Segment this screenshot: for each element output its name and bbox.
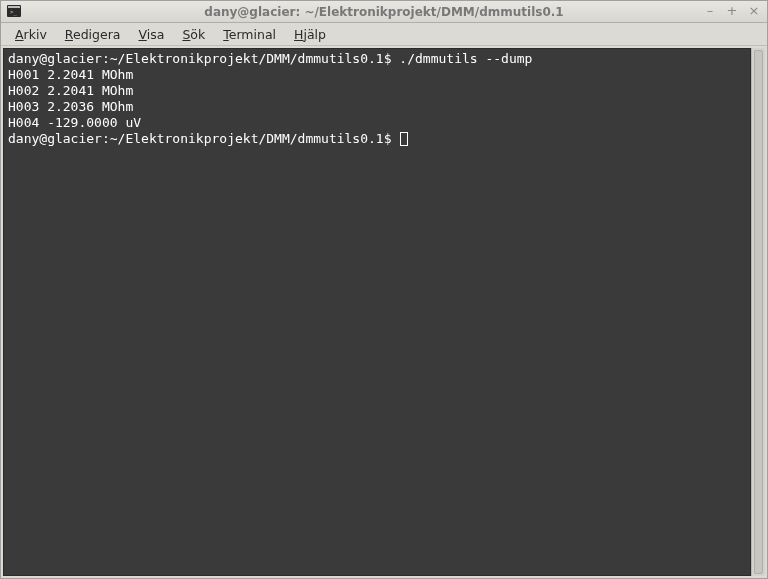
menu-sok[interactable]: Sök xyxy=(174,25,213,44)
terminal-icon: >_ xyxy=(7,5,21,17)
maximize-button[interactable]: + xyxy=(723,3,741,19)
terminal-area[interactable]: dany@glacier:~/Elektronikprojekt/DMM/dmm… xyxy=(3,48,751,576)
menu-arkiv[interactable]: Arkiv xyxy=(7,25,55,44)
minimize-button[interactable]: – xyxy=(701,3,719,19)
vertical-scrollbar[interactable] xyxy=(751,48,765,576)
output-line: H002 2.2041 MOhm xyxy=(8,83,746,99)
window-title: dany@glacier: ~/Elektronikprojekt/DMM/dm… xyxy=(204,5,563,19)
output-line: H001 2.2041 MOhm xyxy=(8,67,746,83)
menubar: Arkiv Redigera Visa Sök Terminal Hjälp xyxy=(1,23,767,46)
output-line: H004 -129.0000 uV xyxy=(8,115,746,131)
menu-visa[interactable]: Visa xyxy=(130,25,172,44)
window-controls: – + × xyxy=(701,3,763,19)
menu-redigera[interactable]: Redigera xyxy=(57,25,129,44)
scrollbar-thumb[interactable] xyxy=(754,50,763,574)
menu-terminal[interactable]: Terminal xyxy=(215,25,284,44)
titlebar[interactable]: >_ dany@glacier: ~/Elektronikprojekt/DMM… xyxy=(1,1,767,23)
cursor-block xyxy=(400,132,408,146)
svg-text:>_: >_ xyxy=(10,8,18,16)
prompt-text: dany@glacier:~/Elektronikprojekt/DMM/dmm… xyxy=(8,131,392,146)
output-line: H003 2.2036 MOhm xyxy=(8,99,746,115)
command-text: ./dmmutils --dump xyxy=(399,51,532,66)
close-button[interactable]: × xyxy=(745,3,763,19)
prompt-line-2: dany@glacier:~/Elektronikprojekt/DMM/dmm… xyxy=(8,131,746,147)
prompt-text: dany@glacier:~/Elektronikprojekt/DMM/dmm… xyxy=(8,51,392,66)
menu-hjalp[interactable]: Hjälp xyxy=(286,25,334,44)
prompt-line-1: dany@glacier:~/Elektronikprojekt/DMM/dmm… xyxy=(8,51,746,67)
terminal-container: dany@glacier:~/Elektronikprojekt/DMM/dmm… xyxy=(1,46,767,578)
terminal-window: >_ dany@glacier: ~/Elektronikprojekt/DMM… xyxy=(0,0,768,579)
